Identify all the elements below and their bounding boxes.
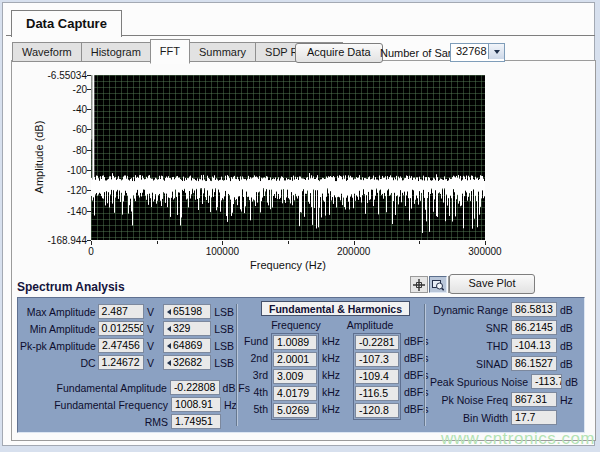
spinner-left-icon	[167, 343, 171, 349]
volts-value-field: 2.47456	[98, 338, 144, 353]
spectrum-analysis-panel: Max Amplitude2.487V65198LSBMin Amplitude…	[17, 297, 585, 433]
field-label: Fundamental Amplitude	[20, 382, 167, 394]
unit-label: kHz	[322, 402, 350, 419]
y-tick-label: -140	[39, 206, 87, 217]
screen: Data Capture WaveformHistogramFFTSummary…	[0, 0, 600, 452]
x-axis-title: Frequency (Hz)	[91, 259, 485, 271]
metric-row: SNR86.2145dB	[430, 320, 578, 335]
harmonic-amplitude-field: -109.4	[355, 369, 399, 384]
zoom-icon[interactable]	[429, 276, 447, 293]
field-label: SNR	[430, 322, 508, 334]
harmonics-table: Fund2nd3rd4th5th1.00892.00013.0094.01795…	[242, 333, 432, 420]
x-tick-mark	[222, 241, 223, 245]
dropdown-button[interactable]	[488, 44, 504, 59]
volts-value-field: 1.24672	[98, 355, 144, 370]
acquire-data-button[interactable]: Acquire Data	[295, 43, 383, 63]
volts-value-field: 2.487	[98, 304, 144, 319]
tab-histogram[interactable]: Histogram	[81, 42, 151, 62]
dbfs-units: dBFsdBFsdBFsdBFsdBFs	[404, 334, 432, 419]
tab-waveform[interactable]: Waveform	[12, 42, 82, 62]
unit-label: Hz	[560, 394, 578, 406]
metrics-group: Dynamic Range86.5813dBSNR86.2145dBTHD-10…	[430, 302, 578, 428]
value-field: -104.13	[511, 338, 557, 353]
harmonic-row-label: 5th	[242, 402, 268, 417]
field-label: THD	[430, 340, 508, 352]
value-field: -113.76	[531, 374, 562, 389]
unit-label: dBFs	[404, 385, 432, 402]
field-label: Pk Noise Freq	[430, 394, 508, 406]
tab-fft[interactable]: FFT	[150, 39, 190, 64]
frequency-column-header: Frequency	[268, 319, 324, 331]
lsb-value-field: 329	[163, 321, 211, 336]
unit-label: LSB	[214, 357, 234, 369]
metric-row: Bin Width17.7	[430, 410, 578, 425]
x-minor-tick-mark	[419, 241, 420, 244]
field-label: Bin Width	[430, 412, 508, 424]
khz-units: kHzkHzkHzkHzkHz	[322, 334, 350, 419]
spectrum-analysis-title: Spectrum Analysis	[17, 280, 125, 294]
value-field: 86.2145	[511, 320, 557, 335]
lsb-value: 65198	[173, 305, 202, 318]
value-field: 86.5813	[511, 302, 557, 317]
measurement-row: Max Amplitude2.487V65198LSB	[20, 304, 234, 319]
metric-row: THD-104.13dB	[430, 338, 578, 353]
spinner-left-icon	[167, 360, 171, 366]
metric-row: Pk Noise Freq867.31Hz	[430, 392, 578, 407]
crosshair-icon[interactable]	[410, 276, 428, 293]
harmonic-row-label: 2nd	[242, 351, 268, 366]
measurement-row: Fundamental Amplitude-0.22808dB Fs	[20, 380, 250, 395]
value-field: 867.31	[511, 392, 557, 407]
harmonic-frequency-field: 1.0089	[273, 335, 317, 350]
harmonic-frequency-field: 3.009	[273, 369, 317, 384]
number-of-samples-value[interactable]: 32768	[451, 44, 488, 61]
fft-plot-area[interactable]	[91, 75, 485, 240]
unit-label: kHz	[322, 351, 350, 368]
measurement-row: Pk-pk Amplitude2.47456V64869LSB	[20, 338, 234, 353]
field-label: Min Amplitude	[20, 323, 96, 335]
harmonic-frequency-field: 5.0269	[273, 403, 317, 418]
lsb-value: 329	[173, 322, 191, 335]
group-divider	[236, 304, 238, 426]
fundamental-group: Fundamental Amplitude-0.22808dB FsFundam…	[20, 380, 250, 431]
y-tick-label: -20	[39, 84, 87, 95]
x-tick-mark	[485, 241, 486, 245]
tab-data-capture[interactable]: Data Capture	[11, 10, 122, 37]
x-tick-label: 300000	[455, 246, 515, 257]
metric-row: SINAD86.1527dB	[430, 356, 578, 371]
lsb-value: 64869	[173, 339, 202, 352]
unit-label: dBFs	[404, 402, 432, 419]
unit-label: dB	[560, 304, 578, 316]
tab-summary[interactable]: Summary	[189, 42, 256, 62]
unit-label: V	[147, 306, 154, 318]
field-label: Peak Spurious Noise	[430, 376, 528, 388]
measurement-row: Fundamental Frequency1008.91Hz	[20, 397, 250, 412]
unit-label: dB	[560, 358, 578, 370]
harmonic-amplitude-field: -116.5	[355, 386, 399, 401]
value-field: 86.1527	[511, 356, 557, 371]
unit-label: dBFs	[404, 334, 432, 351]
amplitude-group: Max Amplitude2.487V65198LSBMin Amplitude…	[20, 304, 234, 372]
metric-row: Dynamic Range86.5813dB	[430, 302, 578, 317]
unit-label: dBFs	[404, 351, 432, 368]
y-tick-label: -120	[39, 185, 87, 196]
measurement-row: Min Amplitude0.012550V329LSB	[20, 321, 234, 336]
harmonic-frequency-field: 2.0001	[273, 352, 317, 367]
harmonic-row-labels: Fund2nd3rd4th5th	[242, 334, 268, 419]
value-field: 17.7	[511, 410, 557, 425]
unit-label: LSB	[214, 340, 234, 352]
chevron-down-icon	[494, 50, 500, 54]
y-tick-label: -6.55034	[39, 70, 87, 81]
fft-trace-canvas[interactable]	[91, 75, 485, 240]
value-field: 1.74951	[171, 414, 221, 429]
number-of-samples-dropdown[interactable]: 32768	[450, 43, 505, 62]
save-plot-button[interactable]: Save Plot	[449, 274, 535, 294]
unit-label: dB	[565, 376, 578, 388]
harmonic-row-label: Fund	[242, 334, 268, 349]
watermark: www.cntronics.com	[441, 429, 595, 449]
lsb-value-field: 65198	[163, 304, 211, 319]
spinner-left-icon	[167, 309, 171, 315]
unit-label: Hz	[224, 399, 237, 411]
harmonic-amplitude-field: -107.3	[355, 352, 399, 367]
lsb-value: 32682	[173, 356, 202, 369]
unit-label: LSB	[214, 306, 234, 318]
